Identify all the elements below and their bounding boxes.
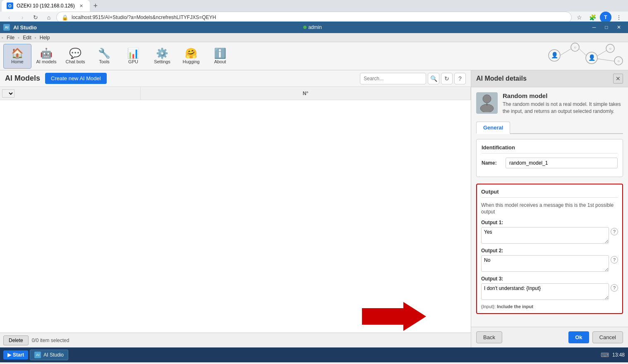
tab-close-button[interactable]: ✕	[78, 2, 85, 9]
main-area: AI Models Create new AI Model 🔍 ↻ ?	[0, 70, 628, 347]
output-3-label: Output 3:	[481, 276, 618, 282]
selection-status: 0/0 item selected	[32, 338, 70, 343]
model-avatar	[476, 92, 498, 114]
search-input[interactable]	[360, 73, 426, 84]
panel-close-button[interactable]: ✕	[613, 74, 623, 84]
model-avatar-svg	[479, 94, 495, 112]
toolbar-ai-models[interactable]: 🤖 AI models	[32, 44, 60, 69]
minimize-button[interactable]: ─	[588, 23, 600, 31]
app-titlebar: AI AI Studio admin ─ □ ✕	[0, 22, 628, 33]
taskbar-system-icons: ⌨	[601, 352, 609, 358]
svg-line-12	[597, 50, 606, 56]
bottom-bar: Delete 0/0 item selected	[0, 333, 471, 347]
cancel-button[interactable]: Cancel	[592, 331, 623, 343]
th-n: N°	[141, 87, 471, 100]
taskbar-left: ▶ Start AI AI Studio	[3, 350, 68, 360]
close-button[interactable]: ✕	[613, 23, 625, 31]
output-3-wrap: I don't understand: {Input} ?	[481, 283, 618, 300]
tools-icon: 🔧	[98, 48, 110, 58]
back-button[interactable]: Back	[476, 331, 502, 343]
taskbar-app-label: AI Studio	[43, 352, 64, 358]
toolbar-chat-bots[interactable]: 💬 Chat bots	[61, 44, 89, 69]
output-3-input[interactable]: I don't understand: {Input}	[481, 283, 609, 300]
output-2-wrap: No ?	[481, 255, 618, 272]
refresh-list-button[interactable]: ↻	[441, 73, 453, 84]
menu-file[interactable]: File	[3, 34, 18, 41]
content-area: AI Models Create new AI Model 🔍 ↻ ?	[0, 70, 471, 347]
tab-general[interactable]: General	[476, 122, 510, 134]
titlebar-controls: ─ □ ✕	[588, 23, 625, 31]
admin-status-dot	[303, 26, 307, 29]
tools-label: Tools	[99, 59, 110, 64]
menu-edit[interactable]: Edit	[19, 34, 35, 41]
model-info: Random model The random model is not a r…	[476, 92, 623, 115]
footer-right-buttons: Ok Cancel	[568, 331, 623, 343]
ai-models-icon: 🤖	[40, 48, 53, 58]
output-2-label: Output 2:	[481, 248, 618, 254]
home-label: Home	[11, 59, 23, 64]
hugging-label: Hugging	[183, 59, 200, 64]
app-icon: AI	[3, 24, 10, 31]
output-section-title: Output	[481, 189, 618, 198]
th-select[interactable]	[2, 89, 14, 98]
browser-tab[interactable]: O OZEKI 10 (192.168.0.126) ✕	[2, 0, 90, 12]
about-label: About	[214, 59, 226, 64]
help-button[interactable]: ?	[454, 73, 466, 84]
table-header: N°	[0, 87, 471, 100]
model-name: Random model	[503, 92, 623, 99]
network-diagram: 👤 ○ 👤 ○ ○	[542, 42, 625, 69]
model-description: The random model is not a real model. It…	[503, 101, 623, 115]
identification-title: Identification	[482, 144, 618, 153]
svg-text:○: ○	[574, 45, 576, 50]
panel-tabs: General	[476, 122, 623, 134]
identification-section: Identification Name:	[476, 139, 623, 177]
toolbar-gpu[interactable]: 📊 GPU	[119, 44, 147, 69]
svg-text:👤: 👤	[588, 54, 596, 61]
name-input[interactable]	[506, 158, 618, 168]
toolbar-hugging[interactable]: 🤗 Hugging	[177, 44, 205, 69]
tab-title: OZEKI 10 (192.168.0.126)	[17, 3, 75, 9]
output-1-help-icon[interactable]: ?	[611, 228, 618, 235]
toolbar-tools[interactable]: 🔧 Tools	[90, 44, 118, 69]
output-3-group: Output 3: I don't understand: {Input} ?	[481, 276, 618, 300]
svg-line-11	[579, 49, 586, 55]
gpu-label: GPU	[128, 59, 138, 64]
home-icon: 🏠	[11, 48, 24, 58]
output-description: When this model receives a message this …	[481, 202, 618, 216]
output-1-input[interactable]: Yes	[481, 227, 609, 244]
start-button[interactable]: ▶ Start	[3, 350, 28, 359]
chat-bots-icon: 💬	[69, 48, 81, 58]
delete-button[interactable]: Delete	[3, 335, 29, 345]
hugging-icon: 🤗	[185, 48, 197, 58]
keyboard-icon: ⌨	[601, 352, 609, 358]
output-1-label: Output 1:	[481, 220, 618, 225]
chat-bots-label: Chat bots	[65, 59, 85, 64]
taskbar-app-icon: AI	[34, 352, 41, 358]
about-icon: ℹ️	[214, 48, 226, 58]
menu-help[interactable]: Help	[36, 34, 53, 41]
hint-text: Include the input	[496, 304, 533, 309]
taskbar-app-button[interactable]: AI AI Studio	[30, 350, 68, 360]
output-2-help-icon[interactable]: ?	[611, 256, 618, 263]
hint-prefix: {Input}:	[481, 304, 496, 309]
ai-models-label: AI models	[36, 59, 57, 64]
taskbar: ▶ Start AI AI Studio ⌨ 13:48	[0, 347, 628, 362]
create-new-ai-model-button[interactable]: Create new AI Model	[45, 73, 107, 84]
panel-title: AI Model details	[476, 75, 527, 82]
right-panel: AI Model details ✕ Random model	[471, 70, 628, 347]
output-3-help-icon[interactable]: ?	[611, 284, 618, 292]
svg-point-15	[483, 95, 491, 103]
search-button[interactable]: 🔍	[428, 73, 439, 84]
settings-label: Settings	[154, 59, 170, 64]
output-2-input[interactable]: No	[481, 255, 609, 272]
output-hint: {Input}: Include the input	[481, 304, 618, 309]
panel-body: Random model The random model is not a r…	[471, 87, 628, 327]
new-tab-button[interactable]: +	[90, 0, 101, 12]
toolbar-about[interactable]: ℹ️ About	[206, 44, 234, 69]
svg-line-10	[560, 49, 571, 55]
output-1-wrap: Yes ?	[481, 227, 618, 244]
toolbar-settings[interactable]: ⚙️ Settings	[148, 44, 176, 69]
toolbar-home[interactable]: 🏠 Home	[3, 44, 31, 69]
maximize-button[interactable]: □	[601, 23, 612, 31]
ok-button[interactable]: Ok	[568, 331, 589, 343]
